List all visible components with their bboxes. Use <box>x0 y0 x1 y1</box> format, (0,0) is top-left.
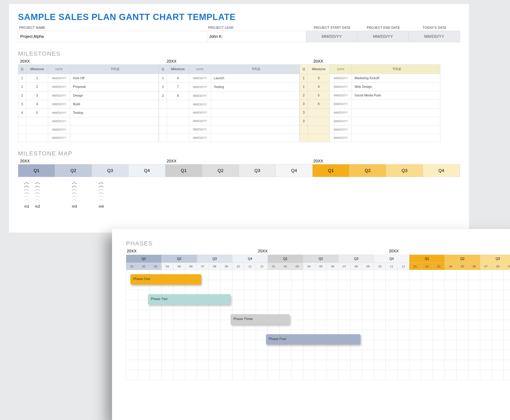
map-year1: 20XX <box>20 159 167 163</box>
phases-sheet: PHASES 20XX 20XX 20XX Q1Q2Q3Q4Q1Q2Q3Q4Q1… <box>112 229 510 420</box>
phase-bar[interactable]: Phase Four <box>266 334 360 345</box>
top-sheet: SAMPLE SALES PLAN GANTT CHART TEMPLATE P… <box>9 4 469 232</box>
map-year3: 20XX <box>313 159 460 163</box>
map-quarter-cell: Q4 <box>276 165 313 177</box>
table-row[interactable]: 3MM/DD/YY <box>300 108 440 117</box>
table-row[interactable]: MM/DD/YY <box>159 125 300 134</box>
map-quarter-cell: Q1 <box>313 165 349 177</box>
table-row[interactable]: 3MM/DD/YY <box>300 117 440 126</box>
project-lead-field[interactable]: John K. <box>207 31 306 42</box>
map-quarter-cell: Q1 <box>165 165 202 177</box>
table-row[interactable]: 16MM/DD/YYLaunch <box>159 74 300 83</box>
table-row[interactable]: MM/DD/YY <box>300 134 440 142</box>
section-phases: PHASES <box>126 240 510 247</box>
marker-label: m4 <box>99 204 104 209</box>
start-date-field[interactable]: MM/DD/YY <box>306 31 357 42</box>
today-date-field[interactable]: MM/DD/YY <box>409 31 460 42</box>
chevron-up-icon: ︿ <box>98 197 104 201</box>
marker-label: m1 <box>24 204 29 209</box>
table-row[interactable]: 36MM/DD/YY <box>300 100 440 108</box>
gantt-row <box>126 310 510 320</box>
milestone-table-y2[interactable]: QMilestoneDATETITLE 16MM/DD/YYLaunch 27M… <box>159 64 300 142</box>
map-quarter-cell: Q4 <box>423 165 460 177</box>
table-row[interactable]: MM/DD/YY <box>159 134 300 142</box>
table-row[interactable]: 14MM/DD/YYWeb Design <box>300 82 440 91</box>
phase-bar[interactable]: Phase One <box>130 274 201 285</box>
table-row[interactable]: 12MM/DD/YYProposal <box>18 82 159 91</box>
table-row[interactable]: 27MM/DD/YYTesting <box>159 82 300 91</box>
project-meta-row: Project Alpha John K. MM/DD/YY MM/DD/YY … <box>18 31 460 42</box>
map-quarter-cell: Q3 <box>239 165 276 177</box>
phase-year3: 20XX <box>389 249 510 253</box>
year2-label: 20XX <box>167 59 313 64</box>
table-row[interactable]: 25MM/DD/YYSocial Media Push <box>300 91 440 100</box>
label-project-name: PROJECT NAME <box>18 26 207 31</box>
chevron-up-icon: ︿ <box>72 197 77 201</box>
table-row[interactable]: 23MM/DD/YYDesign <box>18 91 159 100</box>
table-row[interactable]: 34MM/DD/YYBuild <box>18 100 159 108</box>
marker-label: m2 <box>35 204 40 209</box>
milestone-marker: ︿ ︿ ︿ ︿ ︿ ︿ m2 <box>35 180 40 209</box>
year1-label: 20XX <box>20 59 167 64</box>
end-date-field[interactable]: MM/DD/YY <box>357 31 409 42</box>
phase-bar[interactable]: Phase Two <box>148 294 231 305</box>
map-quarter-cell: Q1 <box>18 165 55 177</box>
map-quarter-cell: Q3 <box>92 165 129 177</box>
milestone-tables: QMilestoneDATETITLE 11MM/DD/YYKick-Off 1… <box>18 64 460 142</box>
phase-years: 20XX 20XX 20XX <box>127 249 510 253</box>
milestone-marker: ︿ ︿ ︿ ︿ ︿ ︿ m4 <box>98 180 104 209</box>
table-row[interactable]: MM/DD/YY <box>159 100 300 109</box>
milestone-table-y3[interactable]: QMilestoneDATETITLE 13MM/DD/YYMarketing … <box>300 64 440 142</box>
table-row[interactable]: 45MM/DD/YYTesting <box>18 109 159 117</box>
gantt-row <box>126 370 510 380</box>
milestone-marker: ︿ ︿ ︿ ︿ ︿ ︿ m3 <box>72 180 77 209</box>
gantt-row <box>126 360 510 370</box>
table-row[interactable]: MM/DD/YY <box>159 117 300 125</box>
table-row[interactable]: MM/DD/YY <box>18 125 159 134</box>
section-milestone-map: MILESTONE MAP <box>18 150 460 157</box>
chevron-up-icon: ︿ <box>24 197 30 201</box>
project-meta-labels: PROJECT NAME PROJECT LEAD PROJECT START … <box>18 26 460 31</box>
phase-gantt-grid[interactable]: Q1Q2Q3Q4Q1Q2Q3Q4Q1Q2Q3010203040506070809… <box>126 255 510 380</box>
marker-label: m3 <box>72 204 77 209</box>
gantt-row <box>126 320 510 330</box>
map-quarter-cell: Q4 <box>129 165 165 177</box>
section-milestones: MILESTONES <box>18 50 460 57</box>
table-row[interactable]: MM/DD/YY <box>18 134 159 142</box>
table-row[interactable]: MM/DD/YY <box>159 109 300 117</box>
phase-year1: 20XX <box>127 249 258 253</box>
map-years: 20XX 20XX 20XX <box>20 159 460 163</box>
map-quarter-cell: Q3 <box>386 165 423 177</box>
map-quarter-cell: Q2 <box>55 165 92 177</box>
phase-year2: 20XX <box>258 249 389 253</box>
table-row[interactable]: 28MM/DD/YY <box>159 91 300 100</box>
milestone-years: 20XX 20XX 20XX <box>20 59 460 64</box>
label-end-date: PROJECT END DATE <box>357 26 408 31</box>
table-row[interactable]: 11MM/DD/YYKick-Off <box>18 74 159 82</box>
phase-gantt-wrap: Q1Q2Q3Q4Q1Q2Q3Q4Q1Q2Q3010203040506070809… <box>126 255 510 380</box>
label-today-date: TODAY'S DATE <box>408 26 460 31</box>
table-row[interactable]: MM/DD/YY <box>18 117 159 125</box>
milestone-marker: ︿ ︿ ︿ ︿ ︿ ︿ m1 <box>24 180 30 209</box>
map-quarter-cell: Q2 <box>202 165 239 177</box>
milestone-map-quarters: Q1Q2Q3Q4Q1Q2Q3Q4Q1Q2Q3Q4 <box>18 164 460 177</box>
page-title: SAMPLE SALES PLAN GANTT CHART TEMPLATE <box>18 12 460 22</box>
gantt-row <box>126 350 510 360</box>
label-project-lead: PROJECT LEAD <box>207 26 306 31</box>
milestone-markers: ︿ ︿ ︿ ︿ ︿ ︿ m1 ︿ ︿ ︿ ︿ ︿ ︿ m2 ︿ ︿ ︿ ︿ ︿ … <box>18 180 460 209</box>
map-year2: 20XX <box>167 159 313 163</box>
table-row[interactable]: MM/DD/YY <box>300 126 440 134</box>
phase-bar[interactable]: Phase Three <box>231 314 290 325</box>
chevron-up-icon: ︿ <box>35 197 40 201</box>
map-quarter-cell: Q2 <box>349 165 386 177</box>
milestone-table-y1[interactable]: QMilestoneDATETITLE 11MM/DD/YYKick-Off 1… <box>18 64 159 142</box>
project-name-field[interactable]: Project Alpha <box>18 31 207 42</box>
table-row[interactable]: 13MM/DD/YYMarketing Kickoff <box>300 74 440 82</box>
label-start-date: PROJECT START DATE <box>306 26 357 31</box>
year3-label: 20XX <box>313 59 460 64</box>
